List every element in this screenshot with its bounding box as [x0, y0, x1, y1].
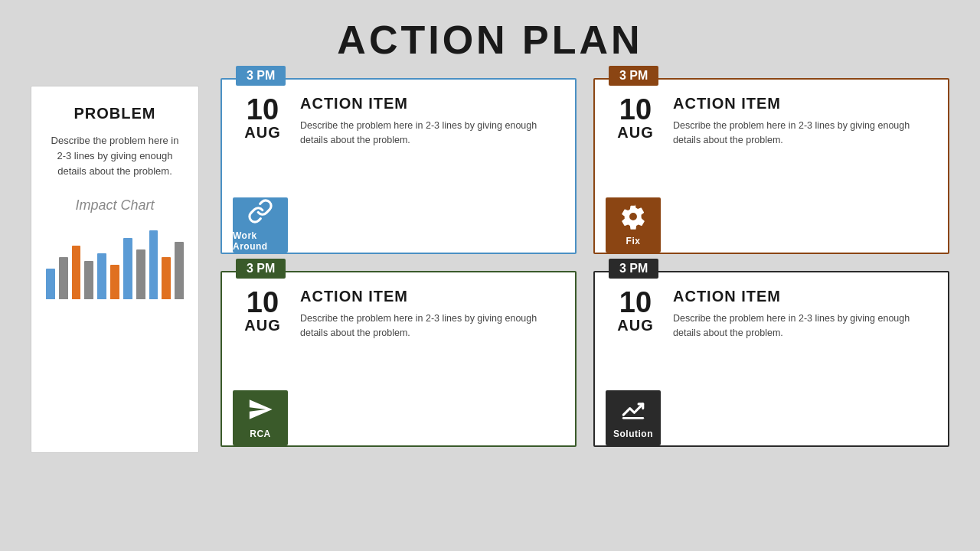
- action-card-card-bottom-right: 3 PM 10 AUG ACTION ITEM Describe the pro…: [593, 271, 949, 447]
- date-month: AUG: [617, 124, 653, 142]
- card-icon-label: Solution: [613, 429, 653, 439]
- action-item-title: ACTION ITEM: [300, 288, 561, 305]
- chart-bar: [162, 257, 171, 299]
- problem-description: Describe the problem here in 2-3 lines b…: [45, 133, 185, 179]
- card-icon-block: RCA: [233, 390, 288, 445]
- card-icon-label: Work Around: [233, 230, 288, 252]
- action-item-desc: Describe the problem here in 2-3 lines b…: [300, 311, 561, 341]
- chart-bar: [110, 265, 119, 299]
- time-badge: 3 PM: [609, 66, 658, 86]
- action-card-card-bottom-left: 3 PM 10 AUG ACTION ITEM Describe the pro…: [220, 271, 577, 447]
- action-item-title: ACTION ITEM: [300, 95, 561, 112]
- link-icon: [247, 198, 273, 227]
- page-title: ACTION PLAN: [0, 0, 980, 70]
- svg-rect-0: [622, 417, 644, 419]
- action-item-title: ACTION ITEM: [673, 288, 934, 305]
- action-item-desc: Describe the problem here in 2-3 lines b…: [673, 311, 934, 341]
- main-content: PROBLEM Describe the problem here in 2-3…: [0, 70, 980, 461]
- card-icon-label: RCA: [250, 429, 271, 439]
- date-day: 10: [247, 288, 279, 317]
- card-body: 10 AUG ACTION ITEM Describe the problem …: [609, 288, 934, 341]
- problem-panel: PROBLEM Describe the problem here in 2-3…: [31, 86, 199, 453]
- chart-bar: [46, 269, 55, 299]
- card-bottom-spacer: [236, 341, 561, 396]
- card-icon-block: Solution: [606, 390, 661, 445]
- chart-bar: [97, 253, 106, 299]
- card-icon-block: Work Around: [233, 197, 288, 253]
- date-day: 10: [619, 95, 652, 124]
- date-month: AUG: [244, 124, 280, 142]
- card-text-block: ACTION ITEM Describe the problem here in…: [662, 95, 934, 148]
- date-day: 10: [247, 95, 279, 124]
- date-month: AUG: [617, 317, 653, 334]
- time-badge: 3 PM: [236, 66, 286, 86]
- action-cards-grid: 3 PM 10 AUG ACTION ITEM Describe the pro…: [220, 78, 949, 447]
- card-body: 10 AUG ACTION ITEM Describe the problem …: [236, 95, 561, 148]
- time-badge: 3 PM: [609, 259, 658, 279]
- action-item-desc: Describe the problem here in 2-3 lines b…: [673, 119, 934, 148]
- date-month: AUG: [244, 317, 280, 334]
- chart-bar: [123, 238, 132, 299]
- date-block: 10 AUG: [609, 288, 662, 334]
- action-item-desc: Describe the problem here in 2-3 lines b…: [300, 119, 561, 148]
- chart-icon: [620, 396, 646, 425]
- card-bottom-spacer: [236, 148, 561, 204]
- chart-bar: [59, 257, 68, 299]
- card-icon-label: Fix: [626, 236, 641, 246]
- paper-plane-icon: [247, 396, 273, 425]
- card-icon-block: Fix: [606, 197, 661, 253]
- problem-title: PROBLEM: [74, 105, 156, 122]
- card-bottom-spacer: [609, 148, 934, 204]
- chart-bar: [84, 261, 93, 299]
- card-body: 10 AUG ACTION ITEM Describe the problem …: [236, 288, 561, 341]
- chart-bar: [175, 242, 184, 299]
- gear-icon: [620, 204, 646, 233]
- time-badge: 3 PM: [236, 259, 286, 279]
- chart-bar: [72, 246, 81, 299]
- impact-chart-label: Impact Chart: [75, 197, 154, 214]
- card-bottom-spacer: [609, 341, 934, 396]
- card-text-block: ACTION ITEM Describe the problem here in…: [289, 288, 561, 341]
- card-text-block: ACTION ITEM Describe the problem here in…: [289, 95, 561, 148]
- action-item-title: ACTION ITEM: [673, 95, 934, 112]
- action-card-card-top-right: 3 PM 10 AUG ACTION ITEM Describe the pro…: [593, 78, 949, 254]
- date-block: 10 AUG: [609, 95, 662, 142]
- impact-chart: [46, 223, 184, 299]
- action-card-card-top-left: 3 PM 10 AUG ACTION ITEM Describe the pro…: [220, 78, 577, 254]
- chart-bar: [149, 230, 158, 299]
- date-block: 10 AUG: [236, 288, 289, 334]
- date-day: 10: [619, 288, 652, 317]
- chart-bar: [136, 249, 145, 299]
- card-text-block: ACTION ITEM Describe the problem here in…: [662, 288, 934, 341]
- card-body: 10 AUG ACTION ITEM Describe the problem …: [609, 95, 934, 148]
- date-block: 10 AUG: [236, 95, 289, 142]
